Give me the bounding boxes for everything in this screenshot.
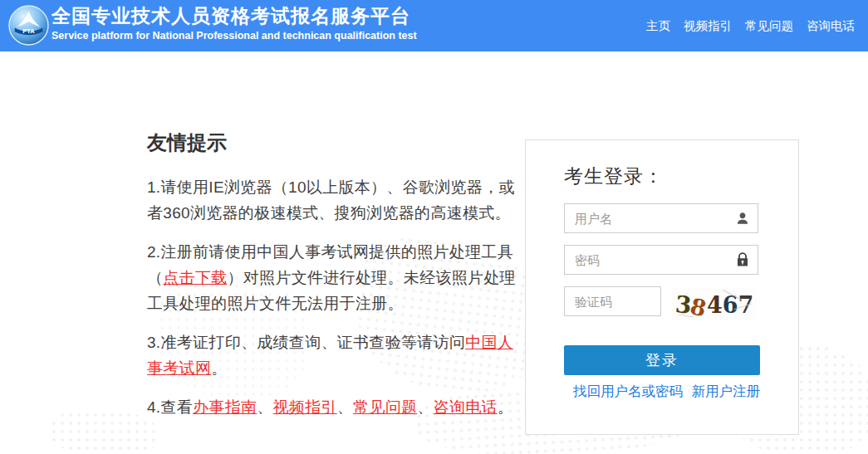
login-panel: 考生登录： 38467 登录 找回用户名或密码 新用户注册 xyxy=(525,139,799,435)
top-nav: 主页视频指引常见问题咨询电话 xyxy=(646,0,855,51)
tip-text: 3.准考证打印、成绩查询、证书查验等请访问 xyxy=(147,334,465,351)
nav-link-2[interactable]: 常见问题 xyxy=(745,18,793,34)
login-links: 找回用户名或密码 新用户注册 xyxy=(564,383,760,401)
tip-text: 。 xyxy=(211,359,227,377)
tip-link[interactable]: 常见问题 xyxy=(353,398,417,416)
tip-text: 4.查看 xyxy=(147,398,193,416)
captcha-image[interactable]: 38467 xyxy=(672,288,757,321)
tip-link[interactable]: 点击下载 xyxy=(163,269,227,286)
site-title: 全国专业技术人员资格考试报名服务平台 xyxy=(51,3,417,28)
captcha-input[interactable] xyxy=(564,286,661,316)
tip-text: 。 xyxy=(498,398,513,416)
friendly-tips-section: 友情提示 1.请使用IE浏览器（10以上版本）、谷歌浏览器，或者360浏览器的极… xyxy=(147,129,526,433)
tip-item-3: 3.准考证打印、成绩查询、证书查验等请访问中国人事考试网。 xyxy=(147,330,526,381)
tips-list: 1.请使用IE浏览器（10以上版本）、谷歌浏览器，或者360浏览器的极速模式、搜… xyxy=(147,174,526,420)
password-input[interactable] xyxy=(564,245,758,275)
tips-heading: 友情提示 xyxy=(147,129,526,156)
tip-link[interactable]: 视频指引 xyxy=(273,398,337,416)
site-subtitle: Service platform for National Profession… xyxy=(51,29,417,42)
nav-link-1[interactable]: 视频指引 xyxy=(684,18,732,34)
header: PTA 全国专业技术人员资格考试报名服务平台 Service platform … xyxy=(0,0,868,51)
tip-text: 、 xyxy=(257,398,272,416)
tip-text: 、 xyxy=(417,398,433,416)
captcha-digit-3: 4 xyxy=(707,294,723,316)
site-title-block: 全国专业技术人员资格考试报名服务平台 Service platform for … xyxy=(51,3,417,42)
nav-link-3[interactable]: 咨询电话 xyxy=(807,18,855,34)
nav-link-0[interactable]: 主页 xyxy=(646,18,670,34)
username-input[interactable] xyxy=(564,203,758,233)
tip-text: 、 xyxy=(337,398,353,416)
password-field-wrap xyxy=(564,245,758,275)
tip-item-2: 2.注册前请使用中国人事考试网提供的照片处理工具（点击下载）对照片文件进行处理。… xyxy=(147,239,526,316)
new-user-register-link[interactable]: 新用户注册 xyxy=(692,383,761,401)
pta-logo-icon: PTA xyxy=(8,5,49,46)
tip-item-1: 1.请使用IE浏览器（10以上版本）、谷歌浏览器，或者360浏览器的极速模式、搜… xyxy=(147,174,526,226)
svg-text:PTA: PTA xyxy=(22,27,35,35)
username-field-wrap xyxy=(564,203,758,233)
tip-link[interactable]: 办事指南 xyxy=(193,398,257,416)
world-map-watermark xyxy=(50,411,158,454)
login-button[interactable]: 登录 xyxy=(564,345,760,375)
tip-item-4: 4.查看办事指南、视频指引、常见问题、咨询电话。 xyxy=(147,394,526,420)
login-heading: 考生登录： xyxy=(564,164,664,189)
tip-link[interactable]: 咨询电话 xyxy=(434,398,498,416)
forgot-credentials-link[interactable]: 找回用户名或密码 xyxy=(573,383,683,401)
captcha-field-wrap xyxy=(564,286,661,316)
tip-text: 1.请使用IE浏览器（10以上版本）、谷歌浏览器，或者360浏览器的极速模式、搜… xyxy=(147,178,515,222)
